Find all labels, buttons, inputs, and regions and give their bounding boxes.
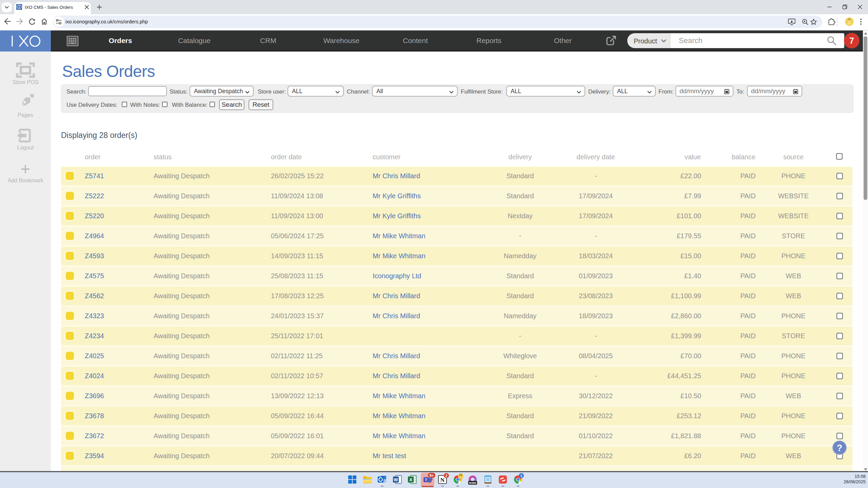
- svg-text:M365: M365: [469, 481, 476, 485]
- svg-text:X: X: [409, 477, 412, 482]
- svg-text:T: T: [425, 478, 427, 482]
- svg-text:2: 2: [446, 474, 448, 478]
- svg-text:W: W: [394, 477, 398, 482]
- svg-text:1: 1: [520, 474, 522, 478]
- svg-text:9+: 9+: [429, 473, 434, 477]
